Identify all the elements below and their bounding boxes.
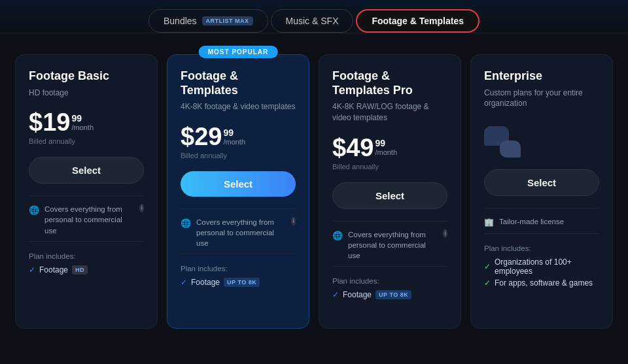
feature-text: Tailor-made license [499,216,564,227]
price-cents: 99 [223,128,245,137]
check-icon: ✓ [484,278,491,288]
plan-includes-label: Plan includes: [29,252,144,260]
card-footage-templates: MOST POPULAR Footage & Templates 4K-8K f… [167,54,309,329]
info-icon[interactable]: i [291,217,296,225]
feature-text: Covers everything from personal to comme… [196,217,284,248]
plan-includes-label: Plan includes: [332,277,447,285]
plan-feature-footage: ✓ Footage HD [29,265,144,274]
feature-commercial: 🌐 Covers everything from personal to com… [181,217,296,248]
feature-text: Covers everything from personal to comme… [348,229,436,261]
plan-feature-footage: ✓ Footage UP TO 8K [332,290,447,299]
header: Bundles ARTLIST MAX Music & SFX Footage … [0,0,628,33]
price-main: $19 [29,110,70,135]
price-period: /month [375,148,397,157]
badge-hd: HD [72,265,88,274]
price-cents: 99 [375,139,397,148]
price-period: /month [223,137,245,146]
globe-icon: 🌐 [29,205,39,216]
chat-bubbles-icon [484,126,521,157]
info-icon[interactable]: i [443,229,447,238]
tab-bundles-badge: ARTLIST MAX [202,16,253,25]
tab-bundles-label: Bundles [164,16,197,26]
tab-footage-templates[interactable]: Footage & Templates [356,9,480,33]
badge-8k: UP TO 8K [224,278,260,287]
plan-feature-label: Footage [39,265,68,274]
enterprise-icon-area [484,126,599,157]
card-footage-basic: Footage Basic HD footage $19 99 /month B… [15,54,158,329]
select-button-enterprise[interactable]: Select [484,169,599,196]
plan-includes-label: Plan includes: [484,244,599,252]
price-period: /month [71,123,94,132]
check-icon: ✓ [29,265,35,274]
card-enterprise: Enterprise Custom plans for your entire … [470,54,613,329]
card-footage-basic-price: $19 99 /month [29,110,144,135]
tab-footage-templates-label: Footage & Templates [372,16,464,26]
plan-feature-label: Footage [191,278,220,287]
plan-feature-footage: ✓ Footage UP TO 8K [181,278,296,287]
card-footage-templates-subtitle: 4K-8K footage & video templates [181,101,296,112]
plan-includes-label: Plan includes: [181,265,296,273]
card-footage-basic-subtitle: HD footage [29,88,144,99]
billed-label: Billed annually [332,163,447,171]
plan-feature-apps: ✓ For apps, software & games [484,278,599,288]
building-icon: 🏢 [484,217,494,228]
card-footage-templates-price: $29 99 /month [181,124,296,149]
pricing-cards-area: Footage Basic HD footage $19 99 /month B… [0,33,628,339]
select-button-footage-templates[interactable]: Select [181,171,296,197]
billed-label: Billed annually [29,137,144,145]
card-enterprise-title: Enterprise [484,69,599,84]
plan-feature-label: Organizations of 100+ employees [495,257,599,276]
info-icon[interactable]: i [139,204,144,212]
card-footage-templates-pro-title: Footage & Templates Pro [332,69,447,97]
feature-commercial: 🌐 Covers everything from personal to com… [29,204,144,235]
price-main: $29 [181,124,222,149]
card-enterprise-subtitle: Custom plans for your entire organizatio… [484,88,599,110]
globe-icon: 🌐 [332,230,343,242]
tab-music-sfx-label: Music & SFX [286,16,339,26]
card-footage-templates-pro-subtitle: 4K-8K RAW/LOG footage & video templates [332,101,447,124]
feature-commercial: 🌐 Covers everything from personal to com… [332,229,447,261]
plan-feature-org: ✓ Organizations of 100+ employees [484,257,599,276]
price-cents: 99 [71,114,94,123]
card-footage-templates-pro-price: $49 99 /month [332,135,447,160]
globe-icon: 🌐 [181,218,191,229]
tab-bundles[interactable]: Bundles ARTLIST MAX [148,9,268,33]
price-main: $49 [332,135,374,160]
tab-music-sfx[interactable]: Music & SFX [271,9,354,33]
select-button-footage-templates-pro[interactable]: Select [332,182,447,209]
check-icon: ✓ [484,262,491,271]
tab-bar: Bundles ARTLIST MAX Music & SFX Footage … [0,0,628,33]
badge-8k: UP TO 8K [375,290,411,299]
card-footage-templates-title: Footage & Templates [181,69,296,97]
check-icon: ✓ [181,278,187,287]
check-icon: ✓ [332,290,339,299]
feature-tailor-made: 🏢 Tailor-made license [484,216,599,228]
most-popular-badge: MOST POPULAR [199,46,278,58]
select-button-footage-basic[interactable]: Select [29,157,144,184]
plan-feature-label: For apps, software & games [495,278,593,288]
billed-label: Billed annually [181,152,296,159]
feature-text: Covers everything from personal to comme… [44,204,132,235]
card-footage-templates-pro: Footage & Templates Pro 4K-8K RAW/LOG fo… [319,54,461,329]
plan-feature-label: Footage [343,290,372,299]
card-footage-basic-title: Footage Basic [29,69,144,84]
